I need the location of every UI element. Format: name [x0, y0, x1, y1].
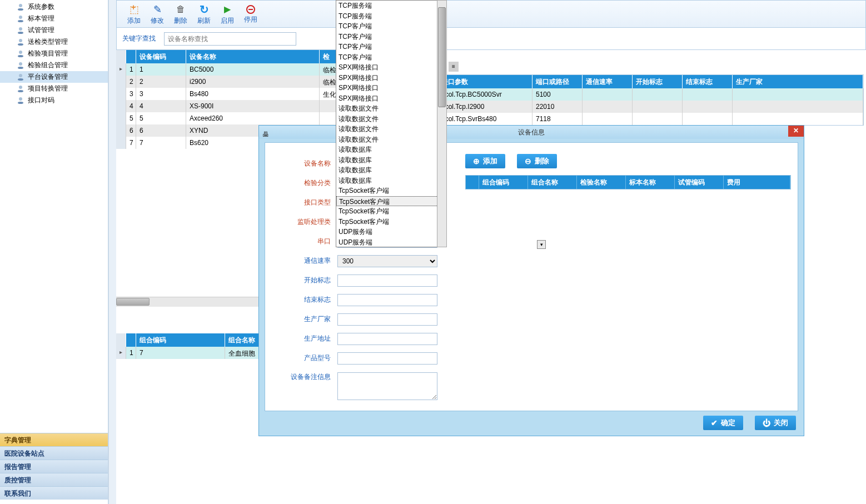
input-maker[interactable]	[337, 313, 437, 326]
subgrid-add-button[interactable]: ⊕添加	[465, 154, 505, 168]
search-input[interactable]	[164, 32, 296, 46]
nav-label: 标本管理	[28, 14, 54, 23]
refresh-button[interactable]: 刷新	[192, 3, 216, 26]
table-row[interactable]: ocol.Tcp.I290022010	[438, 101, 863, 113]
dropdown-option[interactable]: TcpSocket客户端	[336, 217, 438, 227]
scroll-side-handle[interactable]: ≡	[449, 62, 459, 72]
input-end-flag[interactable]	[337, 294, 437, 306]
table-row[interactable]: ocol.Tcp.SvrBs4807118	[438, 113, 863, 125]
printer-icon	[17, 74, 24, 81]
col-start-flag[interactable]: 开始标志	[633, 75, 683, 88]
dropdown-option[interactable]: SPX网络接口	[336, 83, 438, 93]
section-dict-mgmt[interactable]: 字典管理	[0, 433, 108, 446]
dropdown-option[interactable]: UDP服务端	[336, 237, 438, 248]
dropdown-option[interactable]: TCP客户端	[336, 42, 438, 52]
dropdown-scrollbar[interactable]: ≡	[437, 0, 447, 247]
close-button[interactable]: ✕	[788, 126, 804, 137]
col-combo-code[interactable]: 组合编码	[136, 333, 225, 347]
col-device-code[interactable]: 设备编码	[136, 50, 186, 63]
table-row[interactable]: ocol.Tcp.BC5000Svr5100	[438, 88, 863, 101]
nav-tube-mgmt[interactable]: 试管管理	[0, 24, 108, 36]
input-device-remark[interactable]	[337, 372, 437, 400]
row-header-corner	[116, 333, 126, 347]
cell-device-name: Axceed260	[186, 112, 320, 124]
toolbar-label: 添加	[122, 16, 146, 26]
section-report-mgmt[interactable]: 报告管理	[0, 460, 108, 473]
nav-specimen-mgmt[interactable]: 标本管理	[0, 13, 108, 24]
interface-params-grid: 接口参数 端口或路径 通信速率 开始标志 结束标志 生产厂家 ocol.Tcp.…	[437, 74, 864, 126]
button-label: 确定	[721, 418, 735, 428]
nav-interface-mapping[interactable]: 接口对码	[0, 94, 108, 106]
enable-button[interactable]: 启用	[216, 3, 239, 26]
nav-testitem-mgmt[interactable]: 检验项目管理	[0, 48, 108, 59]
dropdown-option[interactable]: SPX网络接口	[336, 62, 438, 73]
dropdown-option[interactable]: TCP客户端	[336, 52, 438, 63]
col-port-path[interactable]: 端口或路径	[532, 75, 583, 88]
dropdown-option[interactable]: 读取数据库	[336, 176, 438, 186]
input-start-flag[interactable]	[337, 275, 437, 287]
col-specimen-name[interactable]: 标本名称	[626, 176, 675, 189]
col-maker[interactable]: 生产厂家	[733, 75, 863, 88]
dropdown-arrow-icon[interactable]: ▾	[537, 240, 546, 249]
dropdown-option[interactable]: 读取数据库	[336, 144, 438, 155]
dropdown-option[interactable]: TcpSocket客户端	[336, 186, 438, 196]
nav-label: 项目转换管理	[28, 84, 68, 93]
dropdown-option[interactable]: SPX网络接口	[336, 93, 438, 104]
add-button[interactable]: 添加	[122, 3, 146, 26]
col-combo-name[interactable]: 组合名称	[528, 176, 577, 189]
col-combo-code[interactable]: 组合编码	[479, 176, 528, 189]
subgrid-delete-button[interactable]: ⊖删除	[517, 154, 557, 168]
row-number: 7	[126, 137, 136, 149]
cancel-button[interactable]: ⏻关闭	[755, 416, 796, 430]
col-end-flag[interactable]: 结束标志	[683, 75, 733, 88]
scroll-thumb[interactable]	[116, 298, 150, 306]
cell-device-name: i2900	[186, 76, 320, 88]
dropdown-option[interactable]: 读取数据库	[336, 155, 438, 166]
ok-button[interactable]: ✔确定	[703, 416, 743, 430]
nav-system-params[interactable]: 系统参数	[0, 1, 108, 13]
section-hospital-device-site[interactable]: 医院设备站点	[0, 446, 108, 460]
nav-sendtype-mgmt[interactable]: 送检类型管理	[0, 36, 108, 48]
dropdown-option[interactable]: 读取数据文件	[336, 114, 438, 124]
col-device-name[interactable]: 设备名称	[186, 50, 320, 63]
dropdown-option[interactable]: UDP服务端	[336, 227, 438, 237]
cell-start	[633, 101, 683, 113]
col-test-name[interactable]: 检验名称	[577, 176, 626, 189]
nav-project-convert-mgmt[interactable]: 项目转换管理	[0, 83, 108, 94]
dropdown-option[interactable]: 读取数据库	[336, 165, 438, 176]
col-tube-code[interactable]: 试管编码	[675, 176, 724, 189]
cell-device-code: 1	[136, 63, 186, 76]
label-device-remark: 设备备注信息	[265, 372, 337, 382]
input-product-model[interactable]	[337, 352, 437, 365]
dropdown-option[interactable]: 读取数据文件	[336, 134, 438, 145]
cell-port: 22010	[532, 101, 583, 113]
section-contact-us[interactable]: 联系我们	[0, 486, 108, 500]
delete-button[interactable]: 删除	[169, 3, 192, 26]
dropdown-option[interactable]: 读取数据文件	[336, 103, 438, 114]
dropdown-option[interactable]: TCP服务端	[336, 1, 438, 11]
interface-type-dropdown[interactable]: TCP服务端TCP服务端TCP客户端TCP客户端TCP客户端TCP客户端SPX网…	[336, 0, 438, 247]
col-fee[interactable]: 费用	[724, 176, 790, 189]
col-iface-params[interactable]: 接口参数	[438, 75, 532, 88]
button-label: 删除	[535, 156, 549, 166]
minus-circle-icon: ⊖	[525, 157, 531, 166]
input-maker-addr[interactable]	[337, 333, 437, 345]
section-qc-mgmt[interactable]: 质控管理	[0, 473, 108, 486]
dropdown-option[interactable]: SPX网络接口	[336, 73, 438, 83]
disable-button[interactable]: 停用	[239, 4, 262, 24]
dropdown-option[interactable]: TcpSocket客户端	[336, 206, 438, 217]
cell-device-name: XS-900I	[186, 100, 320, 112]
dropdown-option[interactable]: 读取数据文件	[336, 124, 438, 134]
dropdown-option[interactable]: TCP服务端	[336, 11, 438, 22]
dropdown-option[interactable]: TCP客户端	[336, 32, 438, 42]
nav-testcombo-mgmt[interactable]: 检验组合管理	[0, 59, 108, 71]
toolbar-label: 停用	[239, 15, 262, 24]
nav-platform-device-mgmt[interactable]: 平台设备管理	[0, 71, 108, 83]
select-baud[interactable]: 300	[337, 255, 437, 267]
col-baud[interactable]: 通信速率	[583, 75, 633, 88]
edit-button[interactable]: 修改	[146, 3, 169, 26]
cell-iface-params: ocol.Tcp.BC5000Svr	[438, 88, 532, 101]
dropdown-option[interactable]: TcpSocket客户端	[336, 196, 438, 207]
dropdown-option[interactable]: TCP客户端	[336, 21, 438, 32]
scroll-thumb[interactable]	[438, 7, 446, 107]
